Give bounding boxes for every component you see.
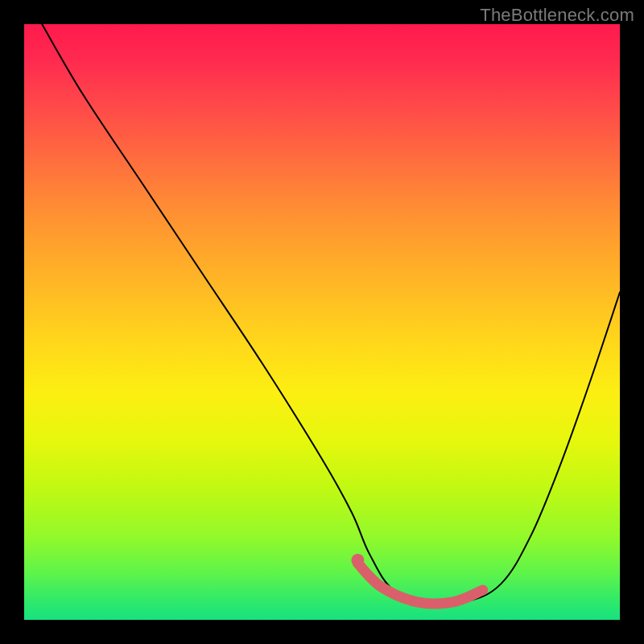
- optimal-range-highlight: [357, 564, 482, 604]
- bottleneck-curve: [42, 24, 620, 604]
- watermark-text: TheBottleneck.com: [480, 5, 634, 26]
- optimal-point-marker: [351, 554, 364, 567]
- chart-svg: [24, 24, 620, 620]
- plot-area: [24, 24, 620, 620]
- chart-stage: TheBottleneck.com: [0, 0, 644, 644]
